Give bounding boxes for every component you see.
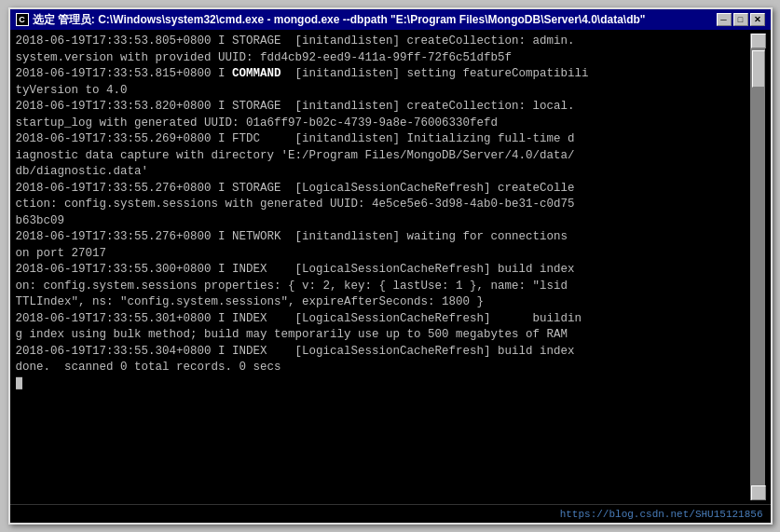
log-line: done. scanned 0 total records. 0 secs (16, 360, 750, 376)
title-bar-left: C 选定 管理员: C:\Windows\system32\cmd.exe - … (16, 12, 646, 28)
log-line: 2018-06-19T17:33:53.815+0800 I COMMAND [… (16, 66, 750, 83)
cmd-window: C 选定 管理员: C:\Windows\system32\cmd.exe - … (8, 7, 773, 525)
log-line: 2018-06-19T17:33:55.276+0800 I NETWORK [… (16, 229, 750, 246)
window-icon: C (16, 13, 29, 26)
maximize-button[interactable]: □ (733, 13, 748, 26)
scroll-up-button[interactable]: ▲ (751, 34, 766, 48)
scroll-down-button[interactable]: ▼ (751, 485, 766, 500)
window-title: 选定 管理员: C:\Windows\system32\cmd.exe - mo… (33, 12, 646, 28)
log-line: 2018-06-19T17:33:55.276+0800 I STORAGE [… (16, 181, 750, 198)
status-bar: https://blog.csdn.net/SHU15121856 (10, 504, 771, 523)
title-bar-buttons: ─ □ ✕ (717, 13, 765, 26)
log-line: 2018-06-19T17:33:55.304+0800 I INDEX [Lo… (16, 344, 750, 361)
log-line: 2018-06-19T17:33:55.300+0800 I INDEX [Lo… (16, 262, 750, 279)
cursor-line: █ (16, 376, 750, 393)
log-line: TTLIndex", ns: "config.system.sessions",… (16, 294, 750, 311)
log-line: 2018-06-19T17:33:55.301+0800 I INDEX [Lo… (16, 311, 750, 328)
log-line: on: config.system.sessions properties: {… (16, 279, 750, 295)
log-line: g index using bulk method; build may tem… (16, 327, 750, 344)
scrollbar[interactable]: ▲ ▼ (750, 34, 765, 500)
watermark-text: https://blog.csdn.net/SHU15121856 (560, 509, 763, 520)
log-line: startup_log with generated UUID: 01a6ff9… (16, 116, 750, 132)
log-line: db/diagnostic.data' (16, 164, 750, 181)
log-line: 2018-06-19T17:33:53.805+0800 I STORAGE [… (16, 34, 750, 50)
log-line: 2018-06-19T17:33:55.269+0800 I FTDC [ini… (16, 131, 750, 148)
title-bar: C 选定 管理员: C:\Windows\system32\cmd.exe - … (10, 9, 771, 30)
scrollbar-track[interactable] (751, 48, 765, 485)
console-area: 2018-06-19T17:33:53.805+0800 I STORAGE [… (10, 30, 771, 504)
log-line: tyVersion to 4.0 (16, 83, 750, 100)
log-line: system.version with provided UUID: fdd4c… (16, 50, 750, 67)
log-line: 2018-06-19T17:33:53.820+0800 I STORAGE [… (16, 99, 750, 116)
log-line: on port 27017 (16, 246, 750, 263)
console-output: 2018-06-19T17:33:53.805+0800 I STORAGE [… (16, 34, 750, 500)
scrollbar-thumb[interactable] (752, 50, 765, 88)
log-line: b63bc09 (16, 213, 750, 230)
close-button[interactable]: ✕ (750, 13, 765, 26)
log-line: iagnostic data capture with directory 'E… (16, 148, 750, 165)
log-line: ction: config.system.sessions with gener… (16, 197, 750, 213)
minimize-button[interactable]: ─ (717, 13, 732, 26)
